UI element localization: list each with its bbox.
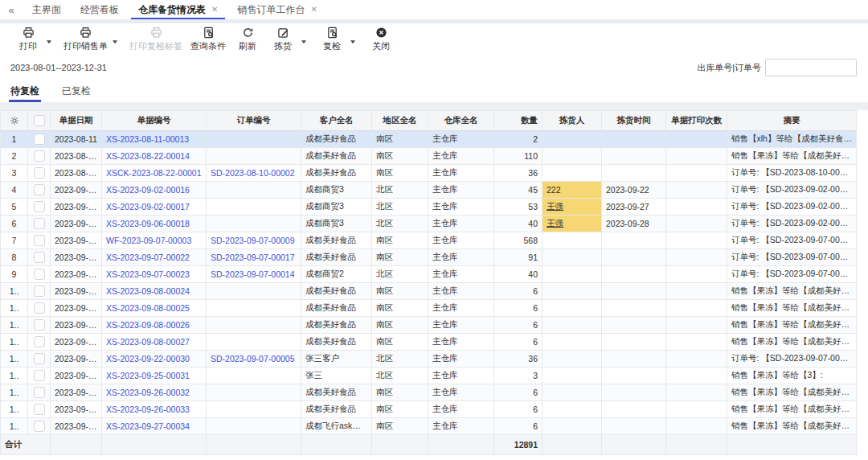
row-checkbox[interactable] [34,150,45,162]
select-all-checkbox[interactable] [34,115,45,126]
column-header-7[interactable]: 拣货人 [542,111,602,131]
table-row[interactable]: 92023-09-07XS-2023-09-07-00023SD-2023-09… [1,266,857,283]
recheck-button[interactable]: 复检 [318,27,346,52]
column-header-0[interactable]: 单据日期 [51,111,102,131]
column-header-2[interactable]: 订单编号 [207,111,301,131]
row-checkbox[interactable] [34,218,45,229]
cell-doc-no-link[interactable]: XS-2023-09-02-00016 [106,185,190,195]
cell-doc-no-link[interactable]: XS-2023-09-07-00022 [106,253,190,262]
column-settings-header[interactable] [1,111,28,131]
cell-doc-no-link[interactable]: XS-2023-08-11-00013 [106,134,189,144]
cell-doc-no-link[interactable]: XS-2023-09-08-00027 [106,337,190,347]
caret-down-icon[interactable] [301,39,307,45]
close-tab-icon[interactable]: ✕ [211,6,218,14]
row-checkbox[interactable] [34,252,45,263]
cell-doc-no-link[interactable]: XS-2023-09-08-00024 [106,286,190,296]
doc-search-icon [203,27,215,39]
print-sales-order-button[interactable]: 打印销售单 [63,27,108,52]
caret-down-icon[interactable] [46,39,52,45]
table-row[interactable]: 1..2023-09-08XS-2023-09-08-00024成都美好食品南区… [1,283,857,300]
tab-main[interactable]: 主界面 [23,0,71,19]
select-all-header[interactable] [28,111,51,131]
row-checkbox[interactable] [34,167,45,179]
cell-doc-no-link[interactable]: XS-2023-09-22-00030 [106,354,190,363]
row-checkbox[interactable] [34,387,45,398]
table-row[interactable]: 1..2023-09-26XS-2023-09-26-00032成都美好食品南区… [1,384,857,401]
cell-order-no-link[interactable]: SD-2023-09-07-00005 [211,354,295,363]
table-row[interactable]: 22023-08-22XS-2023-08-22-00014成都美好食品南区主仓… [1,148,857,165]
table-row[interactable]: 1..2023-09-25XS-2023-09-25-00031张三北区主仓库3… [1,368,857,384]
tab-warehouse-stock-report[interactable]: 仓库备货情况表✕ [129,0,227,19]
cell-doc-no-link[interactable]: XS-2023-09-02-00017 [106,202,190,212]
column-header-6[interactable]: 数量 [494,111,542,131]
row-checkbox[interactable] [34,201,45,212]
cell-customer: 成都美好食品 [301,148,372,165]
row-checkbox[interactable] [34,184,45,195]
cell-doc-no-link[interactable]: XS-2023-09-27-00034 [106,421,190,431]
row-checkbox[interactable] [34,421,45,432]
cell-doc-no-link[interactable]: XS-2023-09-25-00031 [106,371,190,380]
row-checkbox[interactable] [34,353,45,364]
table-row[interactable]: 32023-08-22XSCK-2023-08-22-00001SD-2023-… [1,165,857,182]
caret-down-icon[interactable] [112,39,118,45]
table-row[interactable]: 1..2023-09-08XS-2023-09-08-00027成都美好食品南区… [1,334,857,351]
column-header-4[interactable]: 地区全名 [372,111,428,131]
caret-down-icon[interactable] [350,39,356,45]
picker-name[interactable]: 王强 [547,218,563,228]
view-tab-pending-recheck[interactable]: 待复检 [10,80,39,102]
cell-doc-no-link[interactable]: XS-2023-08-22-00014 [106,151,190,161]
row-checkbox[interactable] [34,133,45,145]
row-checkbox[interactable] [34,370,45,381]
query-conditions-button[interactable]: 查询条件 [190,27,226,52]
cell-order-no-link[interactable]: SD-2023-09-07-00014 [211,269,295,279]
collapse-sidebar-icon[interactable]: « [0,0,23,19]
search-input[interactable] [765,59,857,76]
table-row[interactable]: 1..2023-09-08XS-2023-09-08-00026成都美好食品南区… [1,317,857,334]
cell-doc-no-link[interactable]: XS-2023-09-08-00025 [106,303,190,313]
table-row[interactable]: 1..2023-09-22XS-2023-09-22-00030SD-2023-… [1,351,857,368]
row-checkbox[interactable] [34,285,45,297]
cell-picker [542,131,602,148]
cell-doc-no-link[interactable]: XS-2023-09-08-00026 [106,320,190,330]
tab-sales-order-workbench[interactable]: 销售订单工作台✕ [227,0,326,19]
refresh-button[interactable]: 刷新 [234,27,261,52]
picking-button[interactable]: 拣货 [269,27,297,52]
view-tab-rechecked[interactable]: 已复检 [62,80,91,102]
cell-order-no-link[interactable]: SD-2023-08-10-00002 [211,168,295,178]
column-header-5[interactable]: 仓库全名 [428,111,494,131]
row-checkbox[interactable] [34,336,45,347]
table-row[interactable]: 82023-09-07XS-2023-09-07-00022SD-2023-09… [1,249,857,266]
cell-doc-no-link[interactable]: WF-2023-09-07-00003 [106,236,191,245]
cell-doc-no-link[interactable]: XS-2023-09-07-00023 [106,269,190,279]
table-row[interactable]: 42023-09-02XS-2023-09-02-00016成都商贸3北区主仓库… [1,182,857,199]
table-row[interactable]: 1..2023-09-08XS-2023-09-08-00025成都美好食品南区… [1,300,857,317]
row-checkbox[interactable] [34,319,45,331]
table-row[interactable]: 62023-09-06XS-2023-09-06-00018成都商贸3北区主仓库… [1,216,857,232]
row-checkbox[interactable] [34,302,45,314]
close-button[interactable]: 关闭 [367,27,395,52]
column-header-8[interactable]: 拣货时间 [602,111,666,131]
cell-order-no-link[interactable]: SD-2023-09-07-00017 [211,253,295,262]
close-tab-icon[interactable]: ✕ [310,6,317,14]
table-row[interactable]: 72023-09-07WF-2023-09-07-00003SD-2023-09… [1,232,857,249]
table-row[interactable]: 12023-08-11XS-2023-08-11-00013成都美好食品南区主仓… [1,131,857,148]
cell-doc-no-link[interactable]: XSCK-2023-08-22-00001 [106,168,202,178]
column-header-9[interactable]: 单据打印次数 [666,111,727,131]
table-row[interactable]: 1..2023-09-26XS-2023-09-26-00033成都美好食品南区… [1,401,857,418]
row-checkbox[interactable] [34,235,45,246]
row-checkbox[interactable] [34,269,45,280]
cell-doc-no-link[interactable]: XS-2023-09-26-00033 [106,405,190,414]
row-checkbox[interactable] [34,404,45,415]
column-header-1[interactable]: 单据编号 [102,111,207,131]
table-row[interactable]: 1..2023-09-27XS-2023-09-27-00034成都飞行ask计… [1,418,857,435]
cell-doc-no-link[interactable]: XS-2023-09-26-00032 [106,388,190,397]
column-header-10[interactable]: 摘要 [727,111,857,131]
tab-dashboard[interactable]: 经营看板 [71,0,129,19]
cell-region: 北区 [372,368,428,384]
column-header-3[interactable]: 客户全名 [301,111,372,131]
cell-order-no-link[interactable]: SD-2023-09-07-00009 [211,236,295,245]
cell-doc-no-link[interactable]: XS-2023-09-06-00018 [106,219,190,228]
picker-name[interactable]: 王强 [547,201,563,211]
print-button[interactable]: 打印 [14,27,42,52]
table-row[interactable]: 52023-09-02XS-2023-09-02-00017成都商贸3北区主仓库… [1,199,857,216]
